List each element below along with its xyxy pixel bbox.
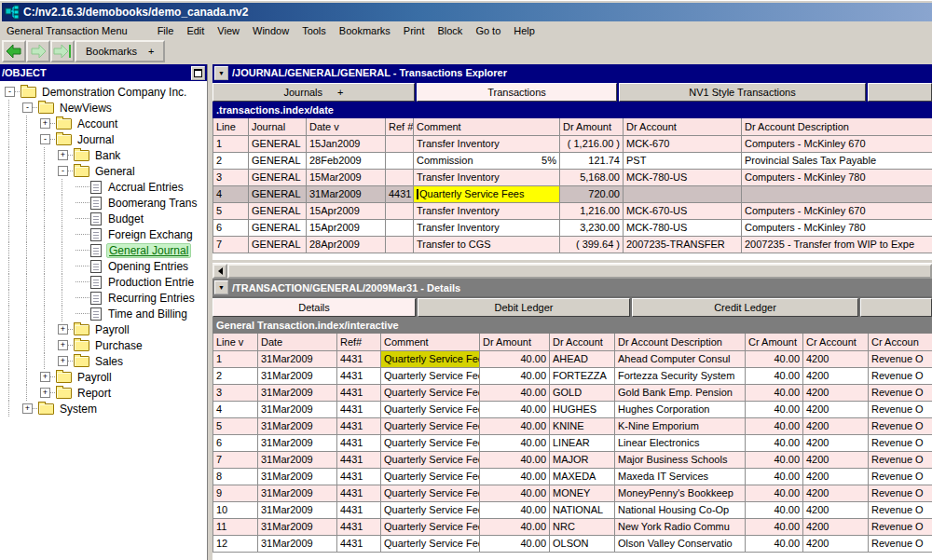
- cell-ref[interactable]: [386, 152, 414, 169]
- cell-cr_amount[interactable]: 40.00: [746, 401, 803, 417]
- column-header-line-v[interactable]: Line v: [213, 334, 258, 350]
- tree-item-opening-entries[interactable]: Opening Entries: [0, 258, 207, 274]
- cell-cr_amount[interactable]: 40.00: [746, 367, 803, 384]
- menu-item-help[interactable]: Help: [507, 23, 541, 38]
- tree-item-payroll[interactable]: +Payroll: [0, 321, 207, 337]
- cell-journal[interactable]: GENERAL: [249, 135, 307, 152]
- cell-line[interactable]: 3: [213, 169, 249, 185]
- tree-item-account[interactable]: +Account: [0, 116, 207, 131]
- cell-dr_account[interactable]: AHEAD: [550, 350, 615, 367]
- column-header-ref[interactable]: Ref #: [386, 118, 414, 135]
- cell-cr_amount[interactable]: 40.00: [746, 485, 803, 501]
- cell-line[interactable]: 7: [213, 451, 258, 468]
- cell-line[interactable]: 5: [213, 417, 258, 434]
- cell-comment[interactable]: Transfer Inventory: [414, 202, 560, 219]
- cell-dr_account[interactable]: NATIONAL: [550, 501, 615, 518]
- cell-cr_amount[interactable]: 40.00: [746, 468, 803, 485]
- cell-date[interactable]: 31Mar2009: [307, 185, 386, 202]
- expand-toggle-expand[interactable]: +: [58, 356, 68, 366]
- tree-item-boomerang-trans[interactable]: Boomerang Trans: [0, 195, 207, 211]
- cell-comment[interactable]: Quarterly Service Fees: [381, 434, 480, 451]
- cell-ref[interactable]: 4431: [386, 185, 414, 202]
- column-header-date[interactable]: Date: [258, 334, 337, 350]
- cell-date[interactable]: 28Feb2009: [307, 152, 386, 169]
- menu-item-print[interactable]: Print: [397, 23, 432, 38]
- cell-cr_amount[interactable]: 40.00: [746, 384, 803, 401]
- cell-date[interactable]: 31Mar2009: [258, 417, 337, 434]
- tree-item-sales[interactable]: +Sales: [0, 353, 207, 369]
- scroll-left-button[interactable]: [212, 264, 227, 279]
- expand-toggle-collapse[interactable]: -: [5, 87, 15, 97]
- cell-dr_amount[interactable]: 1,216.00: [560, 202, 624, 219]
- cell-dr_account[interactable]: FORTEZZA: [550, 367, 615, 384]
- cell-ref[interactable]: 4431: [337, 485, 381, 501]
- tab-add-button[interactable]: +: [337, 87, 343, 98]
- cell-line[interactable]: 2: [213, 367, 258, 384]
- cell-journal[interactable]: GENERAL: [249, 202, 307, 219]
- cell-cr_account[interactable]: 4200: [803, 350, 869, 367]
- cell-cr_amount[interactable]: 40.00: [746, 535, 803, 552]
- cell-dr_account[interactable]: MCK-780-US: [624, 219, 742, 236]
- transactions-panel-menu-button[interactable]: ▼: [214, 66, 228, 80]
- cell-dr_amount[interactable]: 40.00: [480, 501, 550, 518]
- scrollbar-thumb[interactable]: [227, 264, 932, 279]
- column-header-cr-accoun[interactable]: Cr Accoun: [869, 334, 932, 350]
- cell-dr_account[interactable]: OLSON: [550, 535, 615, 552]
- menu-item-block[interactable]: Block: [431, 23, 469, 38]
- cell-date[interactable]: 31Mar2009: [258, 434, 337, 451]
- cell-date[interactable]: 31Mar2009: [258, 518, 337, 535]
- column-header-comment[interactable]: Comment: [381, 334, 480, 350]
- cell-dr_desc[interactable]: Maxeda IT Services: [615, 468, 746, 485]
- cell-dr_desc[interactable]: Gold Bank Emp. Pension: [615, 384, 746, 401]
- cell-cr_account[interactable]: 4200: [803, 518, 869, 535]
- forward-end-button[interactable]: [50, 40, 75, 62]
- cell-date[interactable]: 31Mar2009: [258, 367, 337, 384]
- cell-dr_account[interactable]: NRC: [550, 518, 615, 535]
- cell-ref[interactable]: 4431: [337, 401, 381, 417]
- cell-dr_desc[interactable]: Computers - McKinley 780: [742, 169, 932, 185]
- cell-dr_amount[interactable]: 40.00: [480, 451, 550, 468]
- cell-comment[interactable]: Quarterly Service Fees: [381, 468, 480, 485]
- cell-comment[interactable]: Quarterly Service Fees: [381, 367, 480, 384]
- cell-cr_account[interactable]: 4200: [803, 434, 869, 451]
- tree-item-foreign-exchang[interactable]: Foreign Exchang: [0, 226, 207, 242]
- cell-date[interactable]: 31Mar2009: [258, 468, 337, 485]
- cell-cr_amount[interactable]: 40.00: [746, 518, 803, 535]
- cell-comment[interactable]: Transfer to CGS: [414, 236, 560, 253]
- cell-cr_desc[interactable]: Revenue O: [869, 434, 932, 451]
- expand-toggle-expand[interactable]: +: [40, 118, 50, 129]
- cell-ref[interactable]: 4431: [337, 468, 381, 485]
- cell-date[interactable]: 31Mar2009: [258, 350, 337, 367]
- cell-cr_desc[interactable]: Revenue O: [869, 451, 932, 468]
- cell-comment[interactable]: Transfer Inventory: [414, 169, 560, 185]
- cell-dr_amount[interactable]: 720.00: [560, 185, 624, 202]
- expand-toggle-expand[interactable]: +: [40, 388, 50, 398]
- cell-dr_account[interactable]: 2007235-TRANSFER: [624, 236, 742, 253]
- cell-dr_amount[interactable]: 40.00: [480, 384, 550, 401]
- cell-ref[interactable]: 4431: [337, 434, 381, 451]
- tree-item-time-and-billing[interactable]: Time and Billing: [0, 306, 207, 321]
- column-header-dr-account[interactable]: Dr Account: [550, 334, 615, 350]
- horizontal-scrollbar[interactable]: [212, 263, 932, 279]
- cell-cr_desc[interactable]: Revenue O: [869, 401, 932, 417]
- cell-ref[interactable]: [386, 135, 414, 152]
- tab-debit-ledger[interactable]: Debit Ledger: [418, 298, 630, 317]
- cell-date[interactable]: 31Mar2009: [258, 535, 337, 552]
- menu-item-tools[interactable]: Tools: [295, 23, 333, 38]
- cell-dr_account[interactable]: MONEY: [550, 485, 615, 501]
- cell-dr_account[interactable]: MCK-780-US: [624, 169, 742, 185]
- column-header-journal[interactable]: Journal: [249, 118, 307, 135]
- tree-item-system[interactable]: +System: [0, 401, 207, 417]
- cell-ref[interactable]: 4431: [337, 518, 381, 535]
- cell-dr_amount[interactable]: 5,168.00: [560, 169, 624, 185]
- cell-journal[interactable]: GENERAL: [249, 185, 307, 202]
- tab-journals[interactable]: Journals+: [212, 83, 415, 102]
- cell-date[interactable]: 15Jan2009: [307, 135, 386, 152]
- cell-comment[interactable]: Transfer Inventory: [414, 135, 560, 152]
- cell-cr_amount[interactable]: 40.00: [746, 434, 803, 451]
- cell-dr_amount[interactable]: 3,230.00: [560, 219, 624, 236]
- cell-cr_desc[interactable]: Revenue O: [869, 468, 932, 485]
- cell-line[interactable]: 4: [213, 401, 258, 417]
- cell-dr_account[interactable]: GOLD: [550, 384, 615, 401]
- cell-journal[interactable]: GENERAL: [249, 152, 307, 169]
